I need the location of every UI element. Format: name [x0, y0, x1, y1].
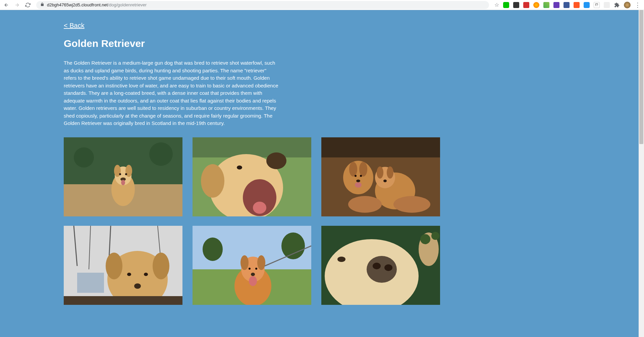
- svg-point-16: [201, 164, 224, 198]
- svg-rect-48: [64, 296, 182, 305]
- svg-point-70: [431, 232, 439, 240]
- extension-icon-5[interactable]: [543, 2, 549, 8]
- extension-icon-10[interactable]: f?: [594, 2, 600, 8]
- dog-image-3: [321, 137, 440, 216]
- svg-point-65: [373, 263, 381, 269]
- page-content: < Back Golden Retriever The Golden Retri…: [0, 10, 644, 337]
- svg-point-47: [144, 273, 148, 276]
- svg-point-44: [153, 253, 169, 279]
- extension-icon-6[interactable]: [553, 2, 559, 8]
- svg-point-8: [125, 173, 127, 175]
- svg-point-59: [255, 268, 257, 270]
- svg-point-27: [360, 175, 362, 177]
- nav-buttons: [3, 2, 31, 8]
- dog-image-1: [64, 137, 182, 216]
- svg-point-26: [355, 175, 357, 177]
- lock-icon: [40, 2, 44, 7]
- svg-point-52: [281, 232, 305, 259]
- address-bar[interactable]: d2bgh4765wj2d5.cloudfront.net/dog/golden…: [36, 1, 489, 9]
- reload-button[interactable]: [25, 2, 31, 8]
- svg-point-56: [257, 255, 265, 270]
- svg-point-28: [355, 182, 362, 188]
- toolbar-icons: ☆ f? ⋮: [494, 1, 641, 9]
- vertical-scrollbar[interactable]: [639, 10, 644, 337]
- svg-point-9: [121, 180, 125, 185]
- extension-icon-3[interactable]: [523, 2, 529, 8]
- browser-toolbar: d2bgh4765wj2d5.cloudfront.net/dog/golden…: [0, 0, 644, 10]
- svg-point-11: [149, 142, 173, 166]
- extensions-puzzle-icon[interactable]: [614, 2, 620, 8]
- svg-point-25: [356, 180, 360, 182]
- extension-icon-8[interactable]: [574, 2, 580, 8]
- svg-point-57: [251, 273, 255, 276]
- extension-icon-11[interactable]: [604, 2, 610, 8]
- extension-icon-4[interactable]: [533, 2, 539, 8]
- image-grid: [64, 137, 580, 305]
- extension-icon-9[interactable]: [584, 2, 590, 8]
- svg-point-23: [349, 162, 357, 177]
- svg-point-64: [367, 256, 397, 283]
- svg-point-19: [237, 165, 242, 170]
- svg-point-55: [240, 255, 249, 270]
- svg-point-60: [249, 276, 257, 286]
- svg-point-45: [134, 283, 141, 289]
- bookmark-star-icon[interactable]: ☆: [494, 2, 499, 8]
- extension-icon-1[interactable]: [503, 2, 509, 8]
- svg-point-69: [420, 234, 430, 244]
- dog-image-5: [193, 226, 311, 305]
- url-display: d2bgh4765wj2d5.cloudfront.net/dog/golden…: [47, 2, 147, 7]
- back-link[interactable]: < Back: [64, 22, 85, 29]
- svg-point-58: [249, 268, 251, 270]
- svg-point-35: [393, 196, 430, 213]
- svg-point-32: [387, 166, 393, 179]
- svg-point-15: [266, 152, 286, 169]
- svg-point-46: [127, 273, 131, 276]
- svg-point-24: [359, 162, 367, 177]
- page-title: Golden Retriever: [64, 38, 580, 49]
- svg-point-34: [348, 196, 382, 213]
- svg-point-66: [384, 264, 392, 271]
- scrollbar-thumb[interactable]: [639, 10, 643, 144]
- dog-image-4: [64, 226, 182, 305]
- profile-avatar[interactable]: [624, 2, 631, 8]
- svg-point-43: [106, 253, 122, 279]
- svg-point-51: [203, 238, 223, 261]
- extension-icon-7[interactable]: [564, 2, 570, 8]
- extension-icon-2[interactable]: [513, 2, 519, 8]
- svg-rect-13: [193, 137, 311, 157]
- svg-rect-21: [321, 137, 440, 157]
- chrome-menu-icon[interactable]: ⋮: [635, 1, 641, 9]
- dog-image-6: [321, 226, 440, 305]
- svg-point-7: [119, 173, 121, 175]
- breed-description: The Golden Retriever is a medium-large g…: [64, 59, 278, 127]
- svg-point-31: [377, 166, 383, 179]
- svg-point-10: [74, 147, 94, 167]
- svg-point-67: [337, 257, 345, 262]
- forward-button[interactable]: [14, 2, 20, 8]
- svg-point-33: [383, 180, 387, 182]
- dog-image-2: [193, 137, 311, 216]
- svg-rect-41: [77, 273, 104, 293]
- svg-point-18: [253, 202, 266, 214]
- back-button[interactable]: [3, 2, 9, 8]
- svg-point-22: [343, 161, 373, 194]
